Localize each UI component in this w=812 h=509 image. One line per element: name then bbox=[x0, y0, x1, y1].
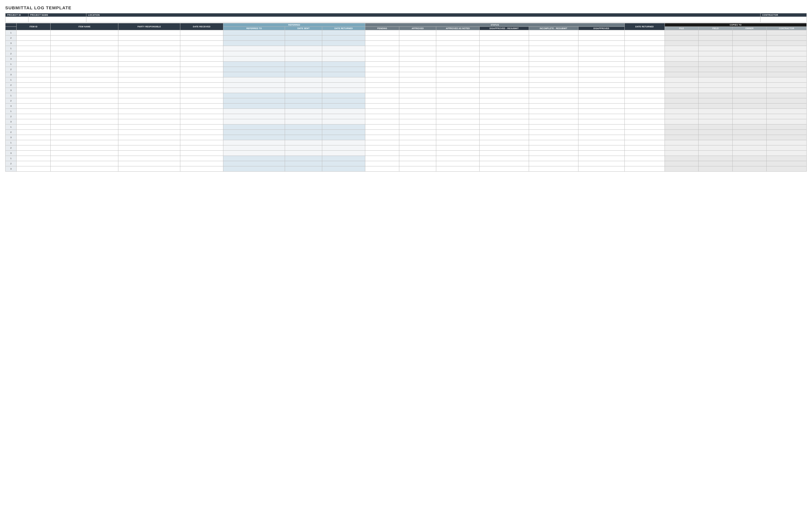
item-id-cell[interactable] bbox=[16, 67, 50, 72]
date-returned-cell[interactable] bbox=[322, 62, 365, 67]
file-cell[interactable] bbox=[665, 145, 699, 151]
disapproved-resubmit-cell[interactable] bbox=[479, 156, 529, 161]
party-responsible-cell[interactable] bbox=[118, 98, 180, 104]
party-responsible-cell[interactable] bbox=[118, 57, 180, 62]
owner-cell[interactable] bbox=[733, 88, 767, 93]
approved-as-noted-cell[interactable] bbox=[436, 125, 480, 130]
date-returned2-cell[interactable] bbox=[625, 72, 665, 77]
item-id-cell[interactable] bbox=[16, 62, 50, 67]
disapproved-cell[interactable] bbox=[578, 35, 625, 41]
referred-to-cell[interactable] bbox=[223, 140, 285, 145]
disapproved-cell[interactable] bbox=[578, 30, 625, 35]
owner-cell[interactable] bbox=[733, 35, 767, 41]
date-sent-cell[interactable] bbox=[285, 114, 322, 119]
incomplete-resubmit-cell[interactable] bbox=[529, 67, 578, 72]
referred-to-cell[interactable] bbox=[223, 88, 285, 93]
disapproved-resubmit-cell[interactable] bbox=[479, 62, 529, 67]
disapproved-resubmit-cell[interactable] bbox=[479, 166, 529, 172]
disapproved-cell[interactable] bbox=[578, 125, 625, 130]
item-id-cell[interactable] bbox=[16, 114, 50, 119]
owner-cell[interactable] bbox=[733, 135, 767, 140]
date-returned-cell[interactable] bbox=[322, 72, 365, 77]
date-received-cell[interactable] bbox=[180, 119, 223, 125]
disapproved-resubmit-cell[interactable] bbox=[479, 135, 529, 140]
date-returned-cell[interactable] bbox=[322, 35, 365, 41]
field-cell[interactable] bbox=[699, 35, 733, 41]
approved-as-noted-cell[interactable] bbox=[436, 46, 480, 51]
field-cell[interactable] bbox=[699, 57, 733, 62]
item-name-cell[interactable] bbox=[50, 166, 118, 172]
party-responsible-cell[interactable] bbox=[118, 62, 180, 67]
incomplete-resubmit-cell[interactable] bbox=[529, 145, 578, 151]
contractor-copies-cell[interactable] bbox=[766, 82, 807, 88]
field-cell[interactable] bbox=[699, 151, 733, 156]
party-responsible-cell[interactable] bbox=[118, 140, 180, 145]
disapproved-cell[interactable] bbox=[578, 130, 625, 135]
disapproved-resubmit-cell[interactable] bbox=[479, 57, 529, 62]
file-cell[interactable] bbox=[665, 98, 699, 104]
approved-as-noted-cell[interactable] bbox=[436, 30, 480, 35]
date-returned-cell[interactable] bbox=[322, 67, 365, 72]
pending-cell[interactable] bbox=[365, 88, 399, 93]
date-returned2-cell[interactable] bbox=[625, 161, 665, 166]
party-responsible-cell[interactable] bbox=[118, 135, 180, 140]
date-received-cell[interactable] bbox=[180, 62, 223, 67]
field-cell[interactable] bbox=[699, 135, 733, 140]
approved-as-noted-cell[interactable] bbox=[436, 161, 480, 166]
file-cell[interactable] bbox=[665, 72, 699, 77]
date-received-cell[interactable] bbox=[180, 51, 223, 57]
date-returned-cell[interactable] bbox=[322, 104, 365, 109]
field-cell[interactable] bbox=[699, 93, 733, 98]
item-name-cell[interactable] bbox=[50, 151, 118, 156]
contractor-copies-cell[interactable] bbox=[766, 67, 807, 72]
date-returned-cell[interactable] bbox=[322, 82, 365, 88]
item-name-cell[interactable] bbox=[50, 130, 118, 135]
contractor-copies-cell[interactable] bbox=[766, 104, 807, 109]
date-returned2-cell[interactable] bbox=[625, 104, 665, 109]
date-returned2-cell[interactable] bbox=[625, 93, 665, 98]
incomplete-resubmit-cell[interactable] bbox=[529, 35, 578, 41]
date-returned2-cell[interactable] bbox=[625, 151, 665, 156]
disapproved-resubmit-cell[interactable] bbox=[479, 114, 529, 119]
date-returned2-cell[interactable] bbox=[625, 67, 665, 72]
file-cell[interactable] bbox=[665, 104, 699, 109]
approved-as-noted-cell[interactable] bbox=[436, 145, 480, 151]
approved-as-noted-cell[interactable] bbox=[436, 104, 480, 109]
referred-to-cell[interactable] bbox=[223, 151, 285, 156]
approved-as-noted-cell[interactable] bbox=[436, 41, 480, 46]
date-sent-cell[interactable] bbox=[285, 156, 322, 161]
disapproved-resubmit-cell[interactable] bbox=[479, 72, 529, 77]
file-cell[interactable] bbox=[665, 135, 699, 140]
owner-cell[interactable] bbox=[733, 109, 767, 114]
item-name-cell[interactable] bbox=[50, 46, 118, 51]
owner-cell[interactable] bbox=[733, 72, 767, 77]
project-name-value[interactable] bbox=[29, 17, 86, 22]
date-sent-cell[interactable] bbox=[285, 130, 322, 135]
file-cell[interactable] bbox=[665, 88, 699, 93]
disapproved-cell[interactable] bbox=[578, 51, 625, 57]
item-id-cell[interactable] bbox=[16, 46, 50, 51]
referred-to-cell[interactable] bbox=[223, 30, 285, 35]
date-returned2-cell[interactable] bbox=[625, 140, 665, 145]
owner-cell[interactable] bbox=[733, 166, 767, 172]
contractor-copies-cell[interactable] bbox=[766, 57, 807, 62]
referred-to-cell[interactable] bbox=[223, 104, 285, 109]
item-id-cell[interactable] bbox=[16, 166, 50, 172]
disapproved-cell[interactable] bbox=[578, 88, 625, 93]
pending-cell[interactable] bbox=[365, 57, 399, 62]
item-id-cell[interactable] bbox=[16, 88, 50, 93]
date-sent-cell[interactable] bbox=[285, 140, 322, 145]
pending-cell[interactable] bbox=[365, 109, 399, 114]
referred-to-cell[interactable] bbox=[223, 35, 285, 41]
file-cell[interactable] bbox=[665, 57, 699, 62]
item-name-cell[interactable] bbox=[50, 135, 118, 140]
approved-cell[interactable] bbox=[399, 46, 436, 51]
item-name-cell[interactable] bbox=[50, 41, 118, 46]
date-returned-cell[interactable] bbox=[322, 161, 365, 166]
date-returned2-cell[interactable] bbox=[625, 46, 665, 51]
referred-to-cell[interactable] bbox=[223, 119, 285, 125]
date-sent-cell[interactable] bbox=[285, 93, 322, 98]
incomplete-resubmit-cell[interactable] bbox=[529, 156, 578, 161]
disapproved-cell[interactable] bbox=[578, 41, 625, 46]
date-returned-cell[interactable] bbox=[322, 30, 365, 35]
